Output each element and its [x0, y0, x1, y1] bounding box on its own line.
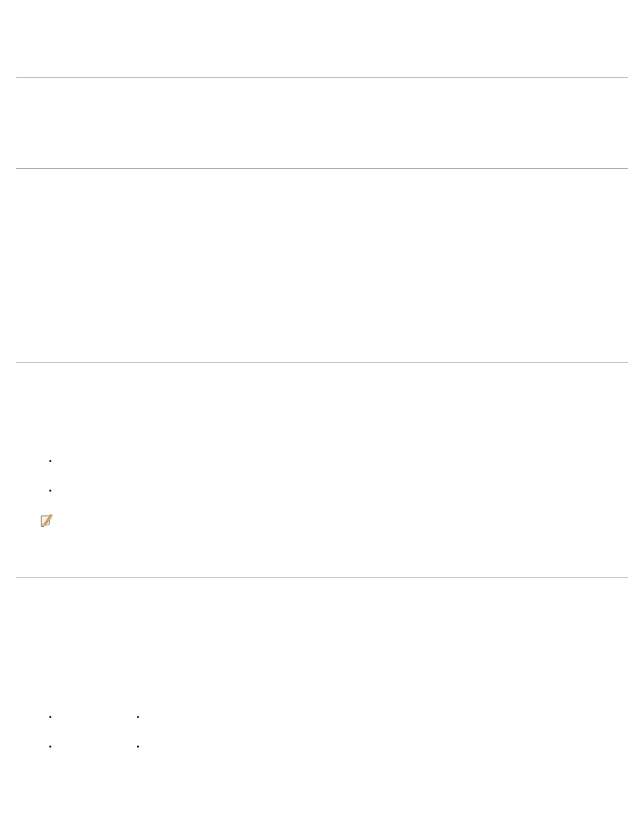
spacer-after-icon [16, 533, 628, 577]
bullet-list-1 [16, 457, 628, 492]
list-item [58, 487, 628, 492]
spacer-top [16, 16, 628, 77]
bullet-list-2 [16, 713, 628, 748]
list-item [58, 457, 628, 463]
list-item [146, 713, 221, 719]
list-item [58, 743, 134, 748]
divider-3 [16, 362, 628, 363]
divider-4 [16, 577, 628, 578]
spacer-mid-2 [16, 169, 628, 362]
edit-icon-row [16, 511, 628, 533]
spacer-mid-1 [16, 78, 628, 168]
list-column-2 [134, 713, 221, 748]
spacer-bottom [16, 748, 628, 802]
list-item [146, 743, 221, 748]
list-item [58, 713, 134, 719]
list-column-1 [46, 713, 134, 748]
edit-icon [38, 511, 57, 530]
